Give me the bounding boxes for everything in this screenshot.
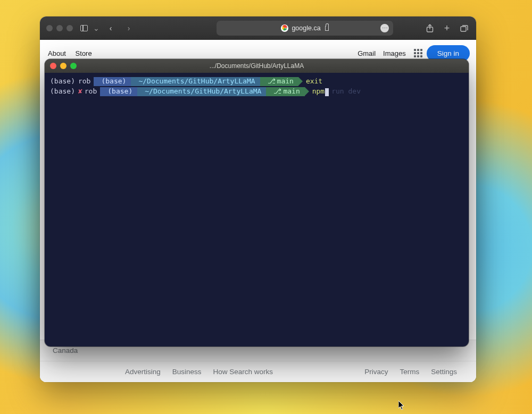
prompt-env: (base) (50, 77, 75, 87)
sidebar-toggle-button[interactable] (77, 22, 91, 35)
chevron-left-icon: ‹ (110, 24, 112, 32)
sidebar-icon (80, 25, 88, 31)
prompt-segment-branch: ⎇main (260, 77, 298, 86)
about-link[interactable]: About (48, 49, 66, 57)
address-bar[interactable]: google.ca ⋯ (217, 21, 393, 36)
prompt-segment-path: ~/Documents/GitHub/ArtyLLaMA (131, 77, 260, 86)
tab-overview-button[interactable] (457, 22, 471, 35)
gmail-link[interactable]: Gmail (358, 49, 376, 57)
terminal-body[interactable]: (base) rob (base) ~/Documents/GitHub/Art… (45, 73, 469, 100)
prompt-segment-branch: ⎇main (266, 87, 304, 96)
git-branch-icon: ⎇ (273, 87, 281, 95)
address-text: google.ca (292, 24, 320, 32)
lock-icon (325, 26, 329, 31)
reader-dots-icon[interactable]: ⋯ (380, 24, 389, 32)
prompt-segment-path: ~/Documents/GitHub/ArtyLLaMA (137, 87, 266, 96)
chevron-right-icon: › (128, 24, 130, 32)
share-button[interactable] (423, 22, 437, 35)
git-branch-icon: ⎇ (268, 77, 276, 85)
prompt-segment-env: (base) (94, 77, 131, 86)
settings-link[interactable]: Settings (431, 368, 457, 376)
minimize-window-icon[interactable] (56, 25, 63, 31)
google-apps-icon[interactable] (414, 49, 422, 57)
prompt-user: rob (85, 87, 97, 97)
forward-button: › (122, 22, 136, 35)
prompt-user: rob (78, 77, 90, 87)
terminal-title: .../Documents/GitHub/ArtyLLaMA (210, 62, 304, 70)
terminal-line: (base) rob (base) ~/Documents/GitHub/Art… (50, 77, 463, 87)
back-button[interactable]: ‹ (104, 22, 118, 35)
business-link[interactable]: Business (172, 368, 202, 376)
error-status-icon: ✘ (78, 87, 82, 97)
store-link[interactable]: Store (76, 49, 92, 57)
terminal-autosuggestion: run dev (331, 87, 361, 97)
terminal-line: (base) ✘ rob (base) ~/Documents/GitHub/A… (50, 87, 463, 97)
browser-toolbar: ⌄ ‹ › google.ca ⋯ + (40, 16, 476, 40)
close-window-icon[interactable] (46, 25, 53, 31)
site-favicon-icon (281, 24, 288, 32)
chevron-down-icon[interactable]: ⌄ (93, 24, 99, 32)
terminal-input[interactable]: npm (312, 87, 325, 97)
close-window-icon[interactable] (50, 63, 56, 69)
images-link[interactable]: Images (383, 49, 406, 57)
new-tab-button[interactable]: + (440, 22, 454, 35)
minimize-window-icon[interactable] (60, 63, 66, 69)
how-search-works-link[interactable]: How Search works (213, 368, 273, 376)
prompt-env: (base) (50, 87, 75, 97)
terminal-window[interactable]: .../Documents/GitHub/ArtyLLaMA (base) ro… (45, 59, 469, 347)
prompt-segment-env: (base) (100, 87, 137, 96)
advertising-link[interactable]: Advertising (125, 368, 161, 376)
zoom-window-icon[interactable] (70, 63, 77, 69)
terms-link[interactable]: Terms (400, 368, 419, 376)
terminal-titlebar[interactable]: .../Documents/GitHub/ArtyLLaMA (45, 59, 469, 73)
privacy-link[interactable]: Privacy (364, 368, 388, 376)
window-controls[interactable] (46, 25, 73, 31)
footer-links-row: Advertising Business How Search works Pr… (40, 361, 476, 382)
terminal-command: exit (306, 77, 322, 87)
footer-country: Canada (53, 347, 78, 354)
zoom-window-icon[interactable] (66, 25, 73, 31)
terminal-cursor-icon (325, 88, 329, 96)
svg-rect-2 (461, 27, 466, 31)
